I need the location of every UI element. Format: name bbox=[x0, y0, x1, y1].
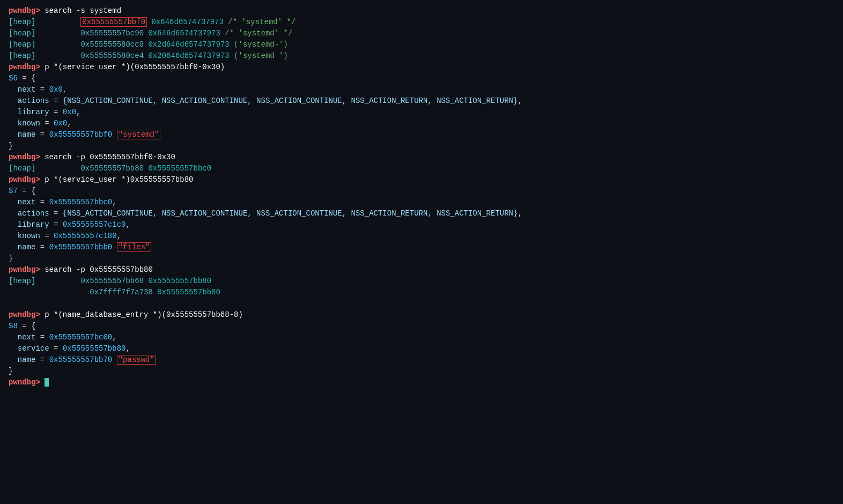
prompt-final[interactable]: pwndbg> bbox=[9, 377, 834, 388]
terminal-window: pwndbg> search -s systemd [heap] 0x55555… bbox=[9, 5, 834, 388]
heap-line-7: 0x7ffff7f7a738 0x55555557bb80 bbox=[9, 287, 834, 298]
addr1-6: 0x55555557bb68 bbox=[80, 277, 144, 285]
cmd-line-3: pwndbg> search -p 0x55555557bbf0-0x30 bbox=[9, 152, 834, 163]
heap-line-3: [heap] 0x555555580cc9 0x2d646d6574737973… bbox=[9, 39, 834, 50]
field-name-name-1: name bbox=[18, 130, 36, 139]
addr-highlighted-1: 0x55555557bbf0 bbox=[80, 17, 147, 27]
heap-line-1: [heap] 0x55555557bbf0 0x646d6574737973 /… bbox=[9, 17, 834, 28]
comment-1: /* 'systemd' */ bbox=[228, 18, 295, 26]
prompt-6: pwndbg> bbox=[9, 310, 40, 319]
heap-line-4: [heap] 0x555555580ce4 0x20646d6574737973… bbox=[9, 50, 834, 62]
field-val-actions-1: {NSS_ACTION_CONTINUE, NSS_ACTION_CONTINU… bbox=[63, 97, 518, 105]
field-service-1: service = 0x55555557bb80, bbox=[9, 343, 834, 354]
field-name-3: name = 0x55555557bb70 "passwd" bbox=[9, 354, 834, 366]
heap-line-2: [heap] 0x55555557bc90 0x646d6574737973 /… bbox=[9, 28, 834, 39]
string-highlighted-files: "files" bbox=[117, 242, 152, 252]
brace-open-6: { bbox=[31, 74, 35, 83]
cmd-line-6: pwndbg> p *(name_database_entry *)(0x555… bbox=[9, 309, 834, 321]
addr2-5: 0x55555557bbc0 bbox=[148, 164, 211, 173]
brace-close-1: } bbox=[9, 142, 13, 150]
addr2-4: 0x20646d6574737973 bbox=[148, 51, 229, 60]
field-name-name-3: name bbox=[18, 355, 36, 364]
addr2-6: 0x55555557bb80 bbox=[148, 277, 211, 285]
field-actions-1: actions = {NSS_ACTION_CONTINUE, NSS_ACTI… bbox=[9, 95, 834, 107]
field-known-1: known = 0x0, bbox=[9, 118, 834, 129]
string-highlighted-passwd: "passwd" bbox=[117, 355, 156, 365]
comment-3: ('systemd-') bbox=[234, 40, 288, 49]
field-name-1: name = 0x55555557bbf0 "systemd" bbox=[9, 129, 834, 140]
field-name-service-1: service bbox=[18, 344, 49, 353]
prompt-4: pwndbg> bbox=[9, 175, 40, 184]
field-name-actions-2: actions bbox=[18, 209, 49, 218]
var-6: $6 bbox=[9, 74, 18, 83]
struct-open-1: $6 = { bbox=[9, 73, 834, 84]
cmd-3: search -p 0x55555557bbf0-0x30 bbox=[40, 153, 175, 161]
heap-line-5: [heap] 0x55555557bb80 0x55555557bbc0 bbox=[9, 163, 834, 174]
brace-open-8: { bbox=[31, 322, 35, 330]
field-library-2: library = 0x55555557c1c0, bbox=[9, 219, 834, 231]
cmd-line-2: pwndbg> p *(service_user *)(0x55555557bb… bbox=[9, 62, 834, 73]
struct-open-3: $8 = { bbox=[9, 321, 834, 332]
field-val-next-1: 0x0 bbox=[49, 85, 63, 94]
heap-label-2: [heap] bbox=[9, 29, 35, 38]
heap-label-1: [heap] bbox=[9, 18, 35, 26]
addr1-5: 0x55555557bb80 bbox=[80, 164, 144, 173]
field-val-actions-2: {NSS_ACTION_CONTINUE, NSS_ACTION_CONTINU… bbox=[63, 209, 518, 218]
field-name-actions-1: actions bbox=[18, 97, 49, 105]
field-known-2: known = 0x55555557c180, bbox=[9, 231, 834, 242]
field-next-2: next = 0x55555557bbc0, bbox=[9, 197, 834, 208]
brace-close-3: } bbox=[9, 367, 13, 375]
cmd-5: search -p 0x55555557bb80 bbox=[40, 265, 153, 274]
field-addr-name-3: 0x55555557bb70 bbox=[49, 355, 113, 364]
var-8: $8 bbox=[9, 322, 18, 330]
field-name-next-2: next bbox=[18, 198, 36, 206]
comment-2: /* 'systemd' */ bbox=[225, 29, 292, 38]
field-name-known-2: known bbox=[18, 232, 40, 240]
cursor-block bbox=[45, 378, 49, 387]
cmd-line-1: pwndbg> search -s systemd bbox=[9, 5, 834, 17]
field-next-3: next = 0x55555557bc00, bbox=[9, 332, 834, 343]
cmd-6: p *(name_database_entry *)(0x55555557bb6… bbox=[40, 310, 243, 319]
prompt-final-text: pwndbg> bbox=[9, 378, 40, 387]
prompt-2: pwndbg> bbox=[9, 63, 40, 71]
addr1-3: 0x555555580cc9 bbox=[80, 40, 144, 49]
struct-close-3: } bbox=[9, 366, 834, 377]
field-actions-2: actions = {NSS_ACTION_CONTINUE, NSS_ACTI… bbox=[9, 208, 834, 219]
field-val-known-1: 0x0 bbox=[54, 119, 67, 128]
addr1-2: 0x55555557bc90 bbox=[80, 29, 144, 38]
field-addr-name-1: 0x55555557bbf0 bbox=[49, 130, 113, 139]
field-name-library-2: library bbox=[18, 220, 49, 229]
field-val-library-2: 0x55555557c1c0 bbox=[63, 220, 126, 229]
prompt-3: pwndbg> bbox=[9, 153, 40, 161]
field-next-1: next = 0x0, bbox=[9, 84, 834, 95]
cmd-line-5: pwndbg> search -p 0x55555557bb80 bbox=[9, 264, 834, 276]
field-name-known-1: known bbox=[18, 119, 40, 128]
field-name-next-1: next bbox=[18, 85, 36, 94]
field-name-2: name = 0x55555557bbb0 "files" bbox=[9, 242, 834, 253]
cmd-2: p *(service_user *)(0x55555557bbf0-0x30) bbox=[40, 63, 225, 71]
field-val-next-3: 0x55555557bc00 bbox=[49, 333, 113, 342]
cmd-1: search -s systemd bbox=[40, 6, 121, 15]
field-val-library-1: 0x0 bbox=[63, 108, 76, 116]
comment-4: ('systemd ') bbox=[234, 51, 288, 60]
heap-line-6: [heap] 0x55555557bb68 0x55555557bb80 bbox=[9, 276, 834, 287]
prompt-5: pwndbg> bbox=[9, 265, 40, 274]
blank-line-1 bbox=[9, 298, 834, 309]
string-highlighted-systemd: "systemd" bbox=[117, 130, 161, 139]
addr2-7: 0x55555557bb80 bbox=[157, 288, 220, 297]
addr1-4: 0x555555580ce4 bbox=[80, 51, 144, 60]
brace-open-7: { bbox=[31, 187, 35, 195]
heap-label-5: [heap] bbox=[9, 164, 35, 173]
field-name-library-1: library bbox=[18, 108, 49, 116]
brace-close-2: } bbox=[9, 254, 13, 263]
heap-label-6: [heap] bbox=[9, 277, 35, 285]
cmd-line-4: pwndbg> p *(service_user *)0x55555557bb8… bbox=[9, 174, 834, 186]
field-val-service-1: 0x55555557bb80 bbox=[63, 344, 126, 353]
field-addr-name-2: 0x55555557bbb0 bbox=[49, 243, 113, 251]
struct-close-1: } bbox=[9, 140, 834, 152]
struct-close-2: } bbox=[9, 253, 834, 264]
field-name-name-2: name bbox=[18, 243, 36, 251]
field-name-next-3: next bbox=[18, 333, 36, 342]
heap-label-4: [heap] bbox=[9, 51, 35, 60]
eq-6: = bbox=[18, 74, 31, 83]
